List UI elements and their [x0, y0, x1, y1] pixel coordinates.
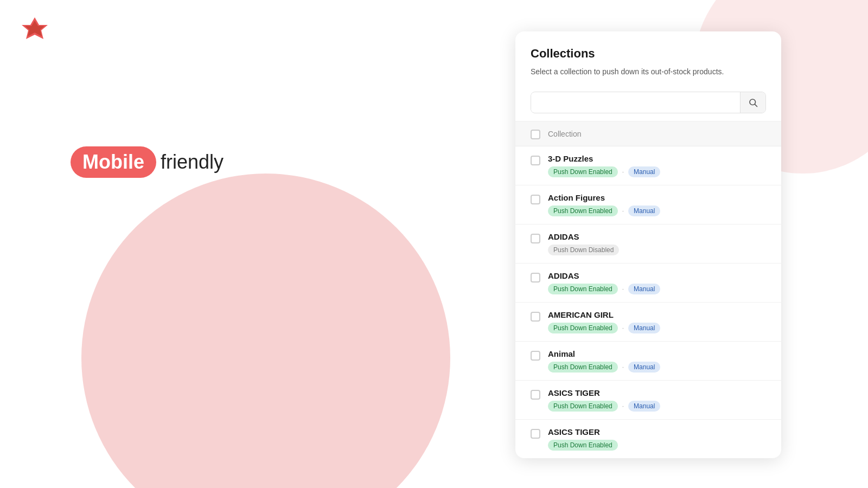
badge-separator: · [622, 324, 624, 332]
item-badges: Push Down Enabled·Manual [548, 323, 660, 333]
item-badges: Push Down Enabled·Manual [548, 284, 660, 294]
badge-enabled: Push Down Enabled [548, 166, 618, 177]
panel-subtitle: Select a collection to push down its out… [531, 66, 766, 78]
item-checkbox[interactable] [531, 273, 540, 282]
item-badges: Push Down Enabled [548, 440, 618, 451]
badge-disabled: Push Down Disabled [548, 245, 619, 255]
collection-header-label: Collection [548, 130, 581, 138]
app-logo [20, 15, 50, 46]
collections-panel: Collections Select a collection to push … [515, 31, 781, 458]
item-name: AMERICAN GIRL [548, 310, 660, 319]
badge-enabled: Push Down Enabled [548, 323, 618, 333]
item-checkbox[interactable] [531, 390, 540, 400]
item-badges: Push Down Enabled·Manual [548, 362, 660, 373]
item-name: Action Figures [548, 193, 660, 202]
search-bar [531, 92, 766, 113]
item-content: 3-D PuzzlesPush Down Enabled·Manual [548, 154, 660, 177]
hero-friendly-label: friendly [161, 151, 224, 174]
item-content: ADIDASPush Down Disabled [548, 232, 619, 255]
badge-separator: · [622, 402, 624, 410]
badge-enabled: Push Down Enabled [548, 206, 618, 216]
item-badges: Push Down Enabled·Manual [548, 166, 660, 177]
item-content: Action FiguresPush Down Enabled·Manual [548, 193, 660, 216]
collection-item: ASICS TIGERPush Down Enabled·Manual [515, 381, 781, 420]
badge-enabled: Push Down Enabled [548, 284, 618, 294]
collection-header-row: Collection [515, 121, 781, 146]
badge-manual: Manual [628, 166, 660, 177]
item-content: ASICS TIGERPush Down Enabled·Manual [548, 388, 660, 412]
item-badges: Push Down Disabled [548, 245, 619, 255]
item-content: ASICS TIGERPush Down Enabled [548, 427, 618, 451]
item-checkbox[interactable] [531, 234, 540, 243]
item-name: Animal [548, 349, 660, 358]
collection-item: ADIDASPush Down Disabled [515, 224, 781, 264]
badge-separator: · [622, 285, 624, 293]
item-name: ADIDAS [548, 232, 619, 241]
badge-enabled: Push Down Enabled [548, 440, 618, 451]
items-container: 3-D PuzzlesPush Down Enabled·ManualActio… [515, 146, 781, 458]
item-content: AMERICAN GIRLPush Down Enabled·Manual [548, 310, 660, 333]
collection-item: AnimalPush Down Enabled·Manual [515, 342, 781, 381]
item-content: ADIDASPush Down Enabled·Manual [548, 271, 660, 294]
item-name: ASICS TIGER [548, 427, 618, 436]
item-checkbox[interactable] [531, 312, 540, 322]
hero-section: Mobile friendly [71, 146, 224, 178]
background-circle-left [81, 174, 450, 488]
item-checkbox[interactable] [531, 429, 540, 439]
panel-title: Collections [531, 47, 766, 61]
item-name: ASICS TIGER [548, 388, 660, 397]
badge-enabled: Push Down Enabled [548, 362, 618, 373]
collection-item: ADIDASPush Down Enabled·Manual [515, 264, 781, 303]
badge-manual: Manual [628, 362, 660, 373]
search-button[interactable] [740, 92, 765, 113]
badge-separator: · [622, 168, 624, 176]
hero-mobile-label: Mobile [71, 146, 156, 178]
collection-item: ASICS TIGERPush Down Enabled [515, 420, 781, 458]
item-name: 3-D Puzzles [548, 154, 660, 163]
badge-manual: Manual [628, 206, 660, 216]
badge-separator: · [622, 363, 624, 371]
badge-separator: · [622, 207, 624, 215]
item-checkbox[interactable] [531, 351, 540, 361]
svg-line-3 [755, 104, 757, 106]
panel-header: Collections Select a collection to push … [515, 31, 781, 86]
search-input[interactable] [531, 93, 740, 112]
item-name: ADIDAS [548, 271, 660, 280]
collection-item: Action FiguresPush Down Enabled·Manual [515, 185, 781, 224]
search-icon [748, 98, 758, 107]
badge-enabled: Push Down Enabled [548, 401, 618, 412]
collection-item: AMERICAN GIRLPush Down Enabled·Manual [515, 303, 781, 342]
select-all-checkbox[interactable] [531, 130, 540, 139]
badge-manual: Manual [628, 284, 660, 294]
badge-manual: Manual [628, 401, 660, 412]
collection-list: Collection 3-D PuzzlesPush Down Enabled·… [515, 121, 781, 458]
item-checkbox[interactable] [531, 156, 540, 165]
item-badges: Push Down Enabled·Manual [548, 206, 660, 216]
badge-manual: Manual [628, 323, 660, 333]
item-checkbox[interactable] [531, 195, 540, 204]
item-content: AnimalPush Down Enabled·Manual [548, 349, 660, 373]
collection-item: 3-D PuzzlesPush Down Enabled·Manual [515, 146, 781, 185]
item-badges: Push Down Enabled·Manual [548, 401, 660, 412]
